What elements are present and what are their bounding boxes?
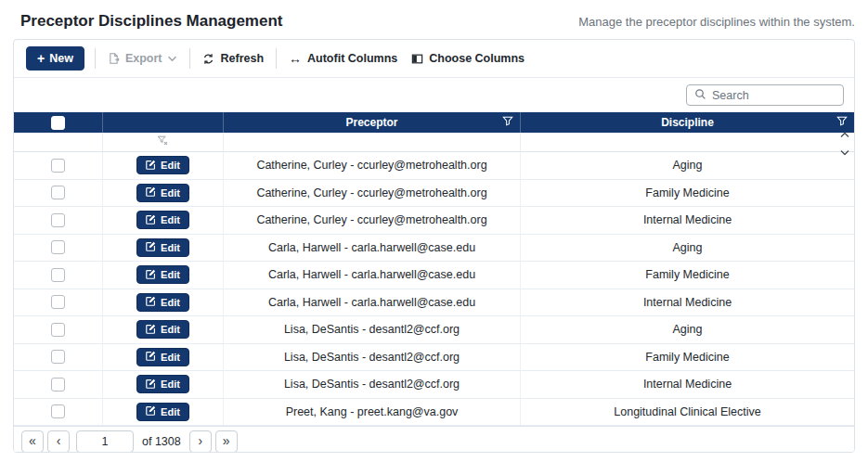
table-row: Edit Carla, Harwell - carla.harwell@case… [14,262,854,289]
choose-columns-label: Choose Columns [429,52,525,65]
discipline-header-cell[interactable]: Discipline [521,112,854,133]
previous-page-button[interactable]: ‹ [47,430,70,453]
preceptor-cell: Carla, Harwell - carla.harwell@case.edu [224,262,521,289]
edit-button[interactable]: Edit [136,403,189,421]
edit-button[interactable]: Edit [136,265,189,284]
chevron-down-icon[interactable] [840,143,849,160]
first-page-button[interactable]: « [21,430,44,453]
choose-columns-button[interactable]: Choose Columns [409,48,526,69]
table-row: Edit Lisa, DeSantis - desantl2@ccf.org I… [14,371,854,399]
preceptor-cell: Catherine, Curley - ccurley@metrohealth.… [224,152,521,179]
refresh-button-label: Refresh [220,52,264,65]
edit-button[interactable]: Edit [136,320,189,339]
autofit-columns-button[interactable]: ↔ Autofit Columns [287,48,399,69]
filter-cell [103,133,224,151]
checkbox-cell [14,152,103,179]
filter-cell [521,133,854,151]
export-button-label: Export [125,52,162,65]
edit-icon [146,186,156,199]
row-checkbox[interactable] [51,186,65,199]
row-checkbox[interactable] [51,404,65,418]
chevron-up-icon[interactable] [840,125,849,142]
preceptor-header-cell[interactable]: Preceptor [224,112,521,133]
refresh-button[interactable]: Refresh [201,48,266,69]
edit-cell: Edit [103,207,224,234]
pagination: « ‹ of 1308 › » [14,426,854,453]
row-checkbox[interactable] [51,159,65,173]
discipline-cell: Aging [521,152,854,179]
export-button[interactable]: Export [106,48,180,69]
clear-filter-icon[interactable] [157,134,169,150]
table-row: Edit Lisa, DeSantis - desantl2@ccf.org A… [14,316,854,344]
preceptor-cell: Lisa, DeSantis - desantl2@ccf.org [224,316,521,343]
row-checkbox[interactable] [51,323,65,337]
select-all-header-cell [14,112,103,133]
edit-button[interactable]: Edit [136,184,189,202]
edit-cell: Edit [103,235,224,262]
table-body: Edit Catherine, Curley - ccurley@metrohe… [14,152,854,426]
edit-button[interactable]: Edit [136,375,189,393]
grid-header-row: Preceptor Discipline [14,112,854,133]
filter-icon[interactable] [502,116,513,130]
edit-icon [146,269,156,281]
edit-button-label: Edit [161,352,180,363]
next-page-button[interactable]: › [189,430,212,453]
table-row: Edit Catherine, Curley - ccurley@metrohe… [14,207,854,235]
table-row: Edit Catherine, Curley - ccurley@metrohe… [14,152,854,180]
columns-icon [411,53,423,65]
edit-button-label: Edit [161,187,180,199]
checkbox-cell [14,399,103,426]
search-input[interactable] [712,89,836,102]
autofit-icon: ↔ [289,54,302,63]
checkbox-cell [14,207,103,234]
checkbox-cell [14,344,103,371]
discipline-cell: Family Medicine [521,262,854,289]
edit-icon [146,351,156,363]
checkbox-cell [14,235,103,262]
edit-button[interactable]: Edit [136,211,189,229]
edit-icon [146,379,156,391]
row-checkbox[interactable] [51,378,65,391]
page-number-input[interactable] [76,430,134,453]
discipline-cell: Family Medicine [521,180,854,207]
edit-button[interactable]: Edit [136,348,189,366]
discipline-cell: Family Medicine [521,344,854,371]
new-button[interactable]: + New [26,46,84,71]
table-row: Edit Carla, Harwell - carla.harwell@case… [14,289,854,317]
select-all-checkbox[interactable] [51,116,65,130]
edit-cell: Edit [103,371,224,398]
edit-button[interactable]: Edit [136,238,189,257]
page-subtitle: Manage the preceptor disciplines within … [578,15,855,29]
row-checkbox[interactable] [51,240,65,254]
search-row [14,78,854,112]
row-checkbox[interactable] [51,350,65,364]
discipline-cell: Aging [521,235,854,262]
discipline-cell: Internal Medicine [521,371,854,398]
edit-icon [146,405,156,417]
last-page-button[interactable]: » [215,430,238,453]
preceptor-cell: Lisa, DeSantis - desantl2@ccf.org [224,371,521,398]
checkbox-cell [14,289,103,316]
edit-cell: Edit [103,152,224,179]
edit-button[interactable]: Edit [136,293,189,312]
edit-button[interactable]: Edit [136,156,189,174]
checkbox-cell [14,262,103,289]
page-header: Preceptor Disciplines Management Manage … [0,0,868,39]
filter-cell [14,133,103,151]
discipline-cell: Internal Medicine [521,289,854,316]
edit-cell: Edit [103,344,224,371]
row-scroll-spinner[interactable] [840,125,849,160]
page-count-label: of 1308 [142,435,181,448]
edit-header-cell [103,112,224,133]
edit-cell: Edit [103,180,224,207]
edit-button-label: Edit [161,242,180,253]
edit-button-label: Edit [161,406,180,417]
row-checkbox[interactable] [51,295,65,309]
table-row: Edit Carla, Harwell - carla.harwell@case… [14,235,854,263]
row-checkbox[interactable] [51,268,65,282]
edit-button-label: Edit [161,297,180,308]
row-checkbox[interactable] [51,213,65,227]
search-box[interactable] [686,84,844,106]
edit-cell: Edit [103,289,224,316]
preceptor-column-label: Preceptor [345,116,397,129]
